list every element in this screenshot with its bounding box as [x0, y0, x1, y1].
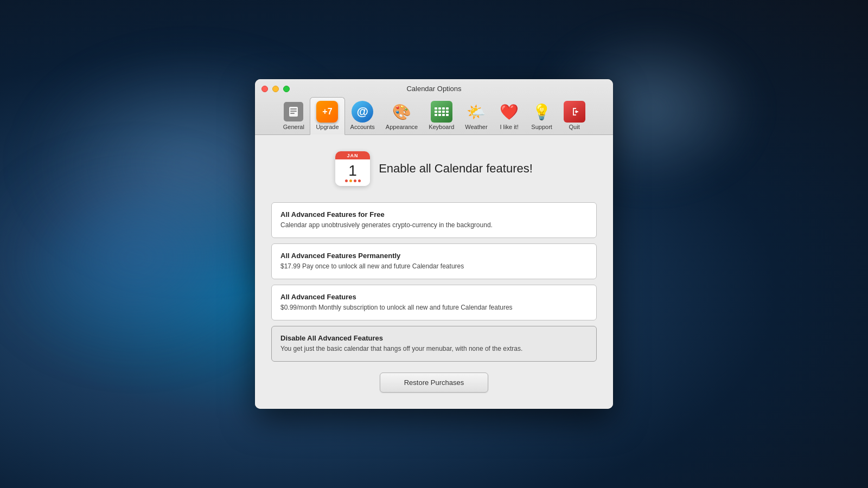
- support-label: Support: [531, 124, 552, 130]
- upgrade-icon-shape: +7: [316, 101, 338, 123]
- option-card-free[interactable]: All Advanced Features for Free Calendar …: [271, 202, 597, 238]
- maximize-button[interactable]: [283, 86, 290, 92]
- toolbar-item-accounts[interactable]: @ Accounts: [345, 98, 380, 134]
- accounts-label: Accounts: [350, 124, 375, 130]
- option-title-permanent: All Advanced Features Permanently: [280, 252, 588, 260]
- toolbar-item-upgrade[interactable]: +7 Upgrade: [310, 97, 344, 135]
- upgrade-icon: +7: [316, 101, 338, 123]
- close-button[interactable]: [261, 86, 268, 92]
- general-label: General: [283, 124, 304, 130]
- quit-icon-shape: [564, 101, 585, 123]
- toolbar-item-weather[interactable]: 🌤️ Weather: [459, 98, 493, 134]
- option-title-subscription: All Advanced Features: [280, 293, 588, 301]
- support-icon: 💡: [531, 101, 553, 123]
- svg-rect-2: [290, 111, 297, 112]
- appearance-label: Appearance: [386, 124, 418, 130]
- option-card-permanent[interactable]: All Advanced Features Permanently $17.99…: [271, 243, 597, 279]
- window-title: Calendar Options: [290, 85, 578, 93]
- option-desc-free: Calendar app unobtrusively generates cry…: [280, 221, 588, 230]
- toolbar: General +7 Upgrade @ Accounts 🎨 Appearan…: [277, 97, 590, 134]
- svg-rect-1: [290, 108, 297, 110]
- cal-dot-red3: [358, 179, 361, 182]
- option-title-free: All Advanced Features for Free: [280, 210, 588, 219]
- toolbar-item-quit[interactable]: Quit: [558, 98, 591, 134]
- quit-label: Quit: [569, 124, 580, 130]
- calendar-body: 1: [335, 159, 370, 186]
- keyboard-icon-shape: [431, 101, 452, 123]
- accounts-icon-shape: @: [352, 101, 373, 123]
- general-icon-shape: [284, 102, 303, 121]
- appearance-icon: 🎨: [391, 101, 412, 123]
- calendar-app-icon: JAN 1: [335, 151, 370, 186]
- toolbar-item-support[interactable]: 💡 Support: [526, 98, 558, 134]
- svg-rect-3: [290, 113, 295, 114]
- toolbar-item-keyboard[interactable]: Keyboard: [423, 98, 459, 134]
- calendar-dots: [345, 179, 361, 182]
- option-title-disable: Disable All Advanced Features: [280, 334, 588, 342]
- toolbar-item-appearance[interactable]: 🎨 Appearance: [380, 98, 423, 134]
- keyboard-icon: [431, 101, 452, 123]
- option-desc-disable: You get just the basic calendar that han…: [280, 344, 588, 354]
- keyboard-label: Keyboard: [429, 124, 454, 130]
- cal-dot-red: [345, 179, 348, 182]
- toolbar-item-general[interactable]: General: [277, 98, 310, 134]
- weather-label: Weather: [465, 124, 487, 130]
- hero-title: Enable all Calendar features!: [379, 162, 533, 176]
- option-desc-permanent: $17.99 Pay once to unlock all new and fu…: [280, 262, 588, 271]
- title-bar: Calendar Options General: [255, 79, 613, 135]
- general-icon: [283, 101, 304, 123]
- upgrade-label: Upgrade: [316, 124, 339, 130]
- window-controls: [261, 86, 290, 92]
- cal-dot-red2: [354, 179, 356, 182]
- option-card-subscription[interactable]: All Advanced Features $0.99/month Monthl…: [271, 285, 597, 320]
- hero-section: JAN 1 Enable all Calendar features!: [271, 146, 597, 191]
- accounts-icon: @: [352, 101, 373, 123]
- cal-dot-orange: [349, 179, 352, 182]
- option-card-disable[interactable]: Disable All Advanced Features You get ju…: [271, 326, 597, 362]
- weather-icon: 🌤️: [465, 101, 487, 123]
- content-area: JAN 1 Enable all Calendar features! All …: [255, 135, 613, 408]
- ilike-label: I like it!: [500, 124, 519, 130]
- restore-purchases-button[interactable]: Restore Purchases: [380, 373, 488, 393]
- calendar-date: 1: [348, 163, 357, 178]
- quit-icon: [564, 101, 585, 123]
- calendar-options-window: Calendar Options General: [255, 79, 613, 408]
- minimize-button[interactable]: [272, 86, 279, 92]
- heart-icon: ❤️: [499, 101, 520, 123]
- option-desc-subscription: $0.99/month Monthly subscription to unlo…: [280, 303, 588, 312]
- toolbar-item-ilike[interactable]: ❤️ I like it!: [493, 98, 526, 134]
- calendar-month: JAN: [335, 151, 370, 159]
